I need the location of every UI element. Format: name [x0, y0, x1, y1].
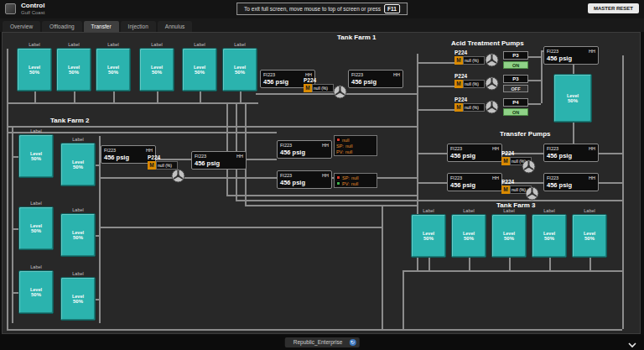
alarm-flag: HH	[393, 72, 400, 77]
sp-value: null	[351, 175, 359, 180]
pressure-indicator-tf1-b[interactable]: FI223 HH 456 psig	[348, 70, 403, 88]
indicator-tag: FI223	[547, 146, 558, 151]
pump-icon[interactable]	[171, 169, 185, 183]
pump-readout[interactable]: null (%)	[463, 103, 485, 112]
tab-annulus[interactable]: Annulus	[158, 21, 193, 32]
pump-icon[interactable]	[485, 76, 499, 91]
pump-mode-badge[interactable]: M	[454, 103, 463, 112]
pump-icon[interactable]	[485, 100, 499, 114]
indicator-value: 456 psig	[104, 154, 129, 161]
tank-body[interactable]: Level50%	[18, 270, 54, 314]
tank-body[interactable]: Level50%	[411, 214, 446, 258]
project-selector[interactable]: Republic_Enterprise ↻	[285, 337, 360, 347]
indicator-tag: FI223	[450, 175, 462, 180]
tank-body[interactable]: Level50%	[56, 48, 91, 91]
pressure-indicator-tp2-left[interactable]: FI223 HH 456 psig	[447, 173, 502, 191]
pressure-indicator-mid-center-a[interactable]: FI223 HH 456 psig	[277, 140, 332, 159]
pump-mode-badge[interactable]: M	[304, 84, 312, 92]
tank-label: Label	[60, 271, 96, 277]
tank-body[interactable]: Level50%	[222, 48, 257, 91]
alarm-square-icon	[336, 138, 340, 142]
pump-mode-badge[interactable]: M	[501, 185, 510, 194]
alarm-flag: HH	[589, 49, 595, 54]
pipe	[428, 258, 430, 270]
refresh-icon[interactable]: ↻	[349, 339, 356, 346]
app-title: Control	[21, 2, 44, 9]
master-reset-button[interactable]: MASTER RESET	[588, 3, 639, 13]
f11-key-badge: F11	[384, 4, 400, 13]
pipe	[236, 200, 622, 201]
status-indicator-acid-2[interactable]: OFF	[503, 85, 528, 92]
tank-farm1-5: Label Level50%	[182, 42, 217, 91]
setpoint-box-a[interactable]: null SP:null PV:null	[334, 135, 377, 156]
pv-label: PV:	[342, 181, 350, 186]
tank-body[interactable]: Level50%	[553, 74, 592, 123]
header-bar: Control Gulf Coast To exit full screen, …	[0, 0, 644, 18]
tank-body[interactable]: Level50%	[532, 214, 567, 258]
tank-body[interactable]: Level50%	[60, 277, 96, 321]
tank-body[interactable]: Level50%	[60, 143, 96, 186]
tank-label: Label	[17, 42, 52, 48]
fullscreen-notice: To exit full screen, move mouse to top o…	[236, 3, 408, 15]
tank-body[interactable]: Level50%	[451, 214, 486, 258]
pump-icon[interactable]	[522, 159, 536, 174]
pressure-indicator-mid-center-b[interactable]: FI223 HH 456 psig	[277, 170, 332, 189]
status-indicator-acid-1[interactable]: ON	[503, 61, 528, 69]
pump-readout[interactable]: null (%)	[463, 80, 485, 88]
section-title-tank-farm-2: Tank Farm 2	[50, 117, 90, 124]
tank-body[interactable]: Level50%	[18, 134, 54, 178]
indicator-tag: FI223	[280, 143, 292, 148]
pipe	[402, 270, 404, 329]
tank-body[interactable]: Level50%	[491, 214, 527, 258]
pipe	[417, 86, 454, 87]
pump-unit-acid-3: P224 Mnull (%)	[454, 97, 485, 112]
pressure-indicator-tp2-right[interactable]: FI223 HH 456 psig	[543, 173, 599, 191]
pipe	[226, 195, 417, 196]
pipe	[96, 299, 101, 300]
pump-icon[interactable]	[333, 85, 347, 99]
pump-icon[interactable]	[525, 186, 539, 201]
pump-mode-badge[interactable]: M	[454, 80, 463, 88]
pv-value: null	[351, 181, 359, 186]
pipe	[549, 258, 551, 270]
pump-readout[interactable]: null (%)	[463, 56, 485, 65]
alarm-flag: HH	[492, 175, 499, 180]
pump-readout[interactable]: null (%)	[312, 84, 334, 92]
tank-body[interactable]: Level50%	[17, 48, 52, 91]
pump-tag: P224	[148, 154, 178, 160]
pipe	[157, 91, 158, 102]
pump-mode-badge[interactable]: M	[148, 161, 156, 170]
tank-body[interactable]: Level50%	[18, 206, 54, 250]
alarm-flag: HH	[589, 146, 595, 151]
pressure-indicator-tp1-right[interactable]: FI223 HH 456 psig	[543, 144, 599, 162]
tab-offloading[interactable]: Offloading	[42, 21, 82, 32]
tank-body[interactable]: Level50%	[60, 213, 96, 257]
tank-level-pct: 50%	[29, 70, 39, 75]
tab-injection[interactable]: Injection	[121, 21, 156, 32]
pipe	[417, 109, 454, 111]
pressure-indicator-tp1-left[interactable]: FI223 HH 456 psig	[447, 144, 502, 162]
tab-overview[interactable]: Overview	[3, 21, 40, 32]
pump-icon[interactable]	[485, 53, 499, 67]
sp-header: null	[342, 138, 350, 143]
route-selector-acid-2[interactable]: P3	[503, 75, 528, 83]
tank-level-pct: 50%	[69, 70, 79, 75]
setpoint-box-b[interactable]: SP:null PV:null	[334, 173, 377, 188]
route-selector-acid-1[interactable]: P3	[503, 51, 528, 60]
chevron-down-icon[interactable]	[627, 337, 637, 350]
pump-mode-badge[interactable]: M	[501, 157, 510, 165]
tab-transfer[interactable]: Transfer	[84, 21, 119, 32]
tank-farm2-6: Label Level50%	[60, 271, 96, 321]
status-indicator-acid-3[interactable]: ON	[503, 108, 528, 116]
pressure-indicator-mid-left-b[interactable]: FI223 HH 456 psig	[191, 151, 247, 170]
app-subtitle: Gulf Coast	[21, 10, 44, 15]
pressure-indicator-top-right[interactable]: FI223 HH 456 psig	[543, 46, 599, 65]
tank-body[interactable]: Level50%	[572, 214, 607, 258]
tank-body[interactable]: Level50%	[182, 48, 217, 91]
tank-body[interactable]: Level50%	[96, 48, 131, 91]
pump-mode-badge[interactable]: M	[454, 56, 463, 65]
indicator-tag: FI223	[351, 72, 363, 77]
tank-body[interactable]: Level50%	[139, 48, 174, 91]
indicator-value: 456 psig	[547, 152, 572, 159]
route-selector-acid-3[interactable]: P4	[503, 98, 528, 107]
